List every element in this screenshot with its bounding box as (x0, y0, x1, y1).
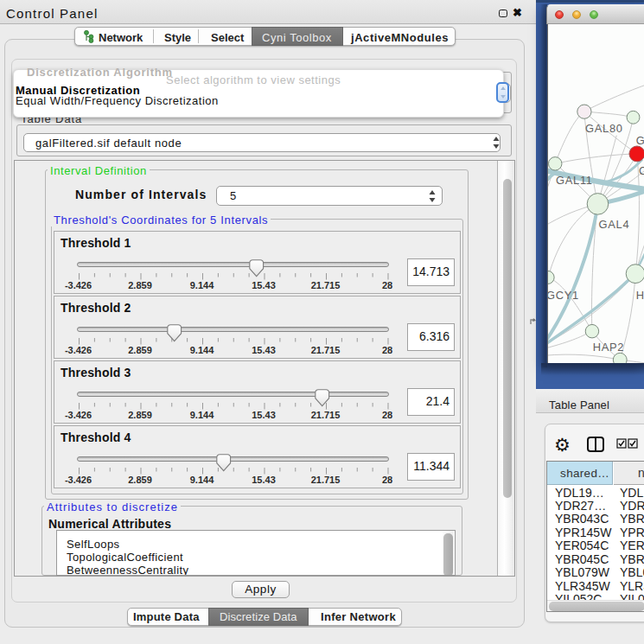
svg-text:GCY1: GCY1 (547, 289, 579, 302)
svg-text:C: C (639, 164, 644, 177)
svg-text:H: H (636, 289, 644, 302)
svg-text:GA: GA (636, 134, 644, 147)
svg-text:GAL11: GAL11 (556, 174, 593, 187)
svg-text:HAP2: HAP2 (593, 341, 624, 354)
svg-text:GAL4: GAL4 (599, 218, 630, 231)
svg-text:GAL80: GAL80 (585, 122, 623, 135)
